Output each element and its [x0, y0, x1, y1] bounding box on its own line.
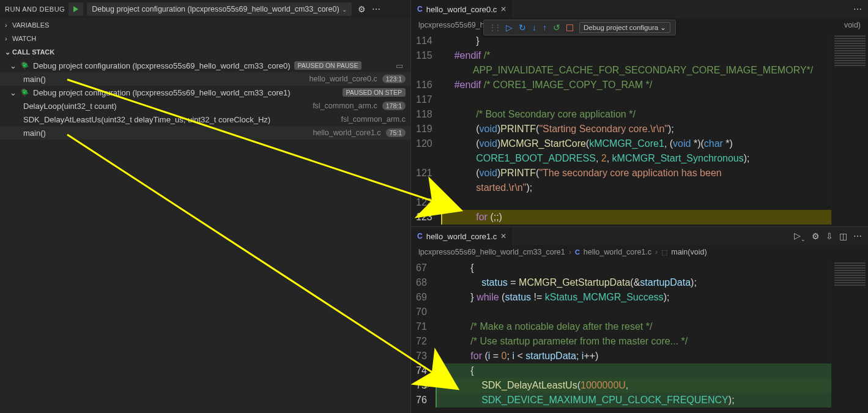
debug-toolbar[interactable]: ⋮⋮ ▷ ↻ ↓ ↑ ↺ Debug project configura⌄: [483, 20, 676, 35]
c-file-icon: C: [417, 232, 423, 240]
state-badge: PAUSED ON PAUSE: [294, 61, 362, 70]
breadcrumb-bottom[interactable]: lpcxpresso55s69_hello_world_cm33_core1 ›…: [411, 245, 868, 259]
code-line[interactable]: ▷ SDK_DelayAtLeastUs(1000000U,: [436, 378, 831, 393]
bug-icon: 🪲: [20, 88, 29, 97]
code-area-top[interactable]: }#endif /* APP_INVALIDATE_CACHE_FOR_SECO…: [441, 32, 831, 226]
grip-icon[interactable]: ⋮⋮: [489, 23, 500, 32]
gear-icon[interactable]: ⚙: [812, 231, 820, 241]
line-gutter[interactable]: 67686970717273747576: [411, 259, 436, 409]
stack-frame-row[interactable]: main()hello_world_core0.c123:1: [0, 72, 410, 86]
debug-config-label: Debug project configuration (lpcxpresso5…: [92, 5, 339, 13]
continue-icon[interactable]: ▷: [506, 23, 513, 32]
tab-actions-top: ⋯: [847, 4, 868, 14]
debug-panel: RUN AND DEBUG Debug project configuratio…: [0, 0, 411, 413]
watch-section[interactable]: ›WATCH: [0, 32, 410, 45]
code-line[interactable]: status = MCMGR_GetStartupData(&startupDa…: [436, 275, 831, 290]
c-file-icon: C: [417, 5, 423, 13]
code-line[interactable]: } while (status != kStatus_MCMGR_Success…: [436, 290, 831, 305]
more-icon[interactable]: ⋯: [372, 4, 381, 14]
code-line[interactable]: CORE1_BOOT_ADDRESS, 2, kMCMGR_Start_Sync…: [441, 151, 831, 166]
panel-title: RUN AND DEBUG: [5, 6, 65, 13]
code-line[interactable]: /* Make a noticable delay after the rese…: [436, 319, 831, 334]
frame-fn: main(): [23, 75, 46, 84]
run-icon[interactable]: ▷⌄: [794, 231, 806, 242]
step-into-icon[interactable]: ↓: [532, 23, 536, 32]
tab-bar-top: C hello_world_core0.c ✕ ⋯: [411, 0, 868, 18]
step-over-icon[interactable]: ↻: [519, 23, 526, 32]
code-line[interactable]: APP_INVALIDATE_CACHE_FOR_SECONDARY_CORE_…: [441, 63, 831, 78]
code-line[interactable]: (void)PRINTF("Starting Secondary core.\r…: [441, 122, 831, 136]
code-line[interactable]: for (;;): [441, 210, 831, 225]
variables-section[interactable]: ›VARIABLES: [0, 18, 410, 32]
step-out-icon[interactable]: ↑: [543, 23, 547, 32]
stack-frame-row[interactable]: main()hello_world_core1.c75:1: [0, 126, 410, 140]
code-line[interactable]: [441, 195, 831, 210]
chevron-down-icon: ⌄: [342, 6, 347, 13]
minimap-bottom[interactable]: [831, 259, 868, 409]
editor-area: C hello_world_core0.c ✕ ⋯ lpcxpresso55s6…: [411, 0, 868, 413]
code-line[interactable]: #endif /*: [441, 48, 831, 63]
code-line[interactable]: {: [436, 363, 831, 378]
code-line[interactable]: (void)MCMGR_StartCore(kMCMGR_Core1, (voi…: [441, 136, 831, 151]
cube-icon: ⬚: [661, 248, 667, 256]
tab-label: hello_world_core1.c: [426, 232, 497, 241]
code-line[interactable]: /* Boot Secondary core application */: [441, 107, 831, 122]
frame-fn: main(): [23, 128, 46, 138]
c-file-icon: C: [575, 248, 580, 256]
line-gutter[interactable]: 114115116117118119120121122123: [411, 32, 441, 226]
code-line[interactable]: /* Use startup parameter from the master…: [436, 334, 831, 349]
tab-label: hello_world_core0.c: [426, 5, 497, 14]
tab-hello-world-core0[interactable]: C hello_world_core0.c ✕: [411, 0, 513, 18]
chevron-down-icon: ⌄: [660, 23, 666, 32]
execution-marker-icon: ▷: [425, 378, 430, 393]
code-line[interactable]: (void)PRINTF("The secondary core applica…: [441, 166, 831, 180]
frame-file: fsl_common_arm.c: [341, 115, 406, 124]
stack-frame-row[interactable]: SDK_DelayAtLeastUs(uint32_t delayTime_us…: [0, 113, 410, 126]
gear-icon[interactable]: ⚙: [358, 4, 366, 14]
frame-loc: 123:1: [382, 75, 406, 83]
restart-icon[interactable]: ↺: [553, 23, 560, 32]
callstack-section[interactable]: ⌄CALL STACK: [0, 45, 410, 59]
close-icon[interactable]: ✕: [500, 5, 506, 13]
code-line[interactable]: [441, 92, 831, 107]
play-icon: [73, 6, 78, 12]
frame-file: fsl_common_arm.c: [313, 102, 377, 110]
close-icon[interactable]: ✕: [500, 232, 506, 240]
code-line[interactable]: started.\r\n");: [441, 180, 831, 195]
code-line[interactable]: {: [436, 261, 831, 275]
tab-actions-bottom: ▷⌄ ⚙ ⇩ ◫ ⋯: [788, 231, 868, 242]
start-debug-button[interactable]: [69, 2, 83, 16]
debug-config-dropdown[interactable]: Debug project configuration (lpcxpresso5…: [87, 2, 351, 16]
code-line[interactable]: for (i = 0; i < startupData; i++): [436, 349, 831, 363]
debug-header: RUN AND DEBUG Debug project configuratio…: [0, 0, 410, 18]
frame-loc: 178:1: [382, 102, 406, 110]
export-icon[interactable]: ⇩: [826, 231, 833, 241]
code-area-bottom[interactable]: { status = MCMGR_GetStartupData(&startup…: [436, 259, 831, 409]
frame-fn: DelayLoop(uint32_t count): [23, 102, 117, 111]
code-line[interactable]: [436, 305, 831, 319]
target-label: Debug project configuration (lpcxpresso5…: [33, 61, 291, 70]
minimap-top[interactable]: [831, 32, 868, 226]
tab-bar-bottom: C hello_world_core1.c ✕ ▷⌄ ⚙ ⇩ ◫ ⋯: [411, 227, 868, 245]
toolbar-config-dropdown[interactable]: Debug project configura⌄: [579, 22, 670, 33]
toolbar-icon[interactable]: ▭: [396, 61, 406, 70]
callstack-target[interactable]: ⌄🪲Debug project configuration (lpcxpress…: [0, 59, 410, 72]
chevron-down-icon: ⌄: [10, 61, 17, 70]
stack-frame-row[interactable]: DelayLoop(uint32_t count)fsl_common_arm.…: [0, 99, 410, 113]
split-icon[interactable]: ◫: [839, 231, 847, 241]
code-line[interactable]: #endif /* CORE1_IMAGE_COPY_TO_RAM */: [441, 78, 831, 92]
frame-fn: SDK_DelayAtLeastUs(uint32_t delayTime_us…: [23, 115, 270, 124]
more-icon[interactable]: ⋯: [853, 4, 862, 14]
tab-hello-world-core1[interactable]: C hello_world_core1.c ✕: [411, 227, 513, 245]
stop-icon[interactable]: [566, 24, 573, 31]
code-line[interactable]: SDK_DEVICE_MAXIMUM_CPU_CLOCK_FREQUENCY);: [436, 393, 831, 407]
code-line[interactable]: }: [441, 34, 831, 48]
more-icon[interactable]: ⋯: [853, 231, 862, 241]
callstack-target[interactable]: ⌄🪲Debug project configuration (lpcxpress…: [0, 86, 410, 99]
state-badge: PAUSED ON STEP: [343, 88, 406, 97]
chevron-down-icon: ⌄: [5, 48, 12, 56]
chevron-right-icon: ›: [5, 35, 12, 42]
frame-file: hello_world_core0.c: [310, 75, 377, 83]
frame-loc: 75:1: [386, 128, 406, 137]
bug-icon: 🪲: [20, 61, 29, 70]
